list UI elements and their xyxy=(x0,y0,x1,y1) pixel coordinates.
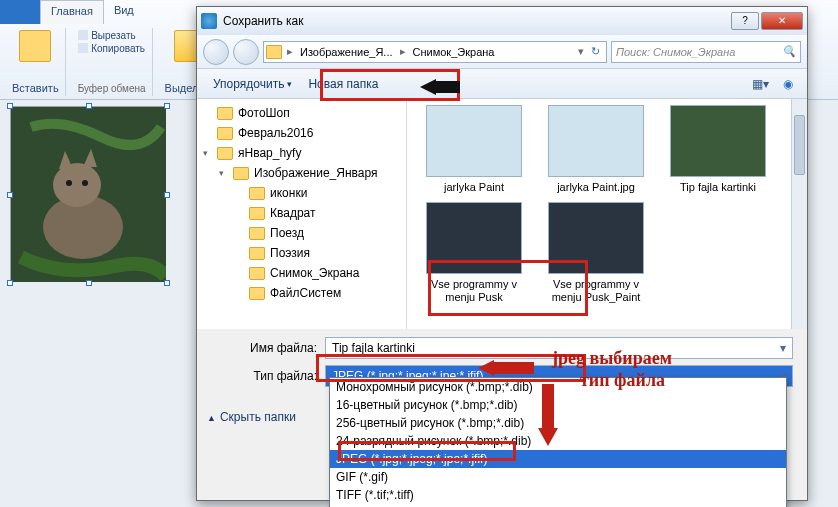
folder-tree[interactable]: ФотоШопФевраль2016▾яНвар_hyfy▾Изображени… xyxy=(197,99,407,329)
save-as-dialog: Сохранить как ? ✕ ▸ Изображение_Я... ▸ С… xyxy=(196,6,808,501)
filetype-option[interactable]: GIF (*.gif) xyxy=(330,468,786,486)
tree-node[interactable]: Снимок_Экрана xyxy=(197,263,406,283)
svg-point-6 xyxy=(82,180,88,186)
search-input[interactable]: Поиск: Снимок_Экрана 🔍 xyxy=(611,41,801,63)
tree-node[interactable]: ▾Изображение_Января xyxy=(197,163,406,183)
group-clipboard-label: Буфер обмена xyxy=(78,83,146,94)
tree-label: ФотоШоп xyxy=(238,106,290,120)
breadcrumb-seg[interactable]: Снимок_Экрана xyxy=(409,46,499,58)
svg-point-2 xyxy=(53,163,101,207)
expand-icon[interactable]: ▾ xyxy=(219,168,229,178)
tree-label: Поезд xyxy=(270,226,304,240)
tree-node[interactable]: ФайлСистем xyxy=(197,283,406,303)
tree-label: Февраль2016 xyxy=(238,126,313,140)
tree-label: Квадрат xyxy=(270,206,316,220)
scroll-thumb[interactable] xyxy=(794,115,805,175)
tree-label: иконки xyxy=(270,186,307,200)
file-thumbnail xyxy=(670,105,766,177)
back-button[interactable] xyxy=(203,39,229,65)
file-name: Vse programmy v menju Pusk_Paint xyxy=(541,278,651,304)
tree-node[interactable]: иконки xyxy=(197,183,406,203)
file-item[interactable]: Vse programmy v menju Pusk_Paint xyxy=(541,202,651,304)
copy-button[interactable]: Копировать xyxy=(78,43,145,54)
resize-handle[interactable] xyxy=(7,280,13,286)
chevron-right-icon: ▸ xyxy=(397,45,409,58)
filetype-option[interactable]: TIFF (*.tif;*.tiff) xyxy=(330,486,786,504)
filetype-option[interactable]: Монохромный рисунок (*.bmp;*.dib) xyxy=(330,378,786,396)
refresh-icon[interactable]: ↻ xyxy=(587,45,604,58)
tree-node[interactable]: Квадрат xyxy=(197,203,406,223)
tree-label: ФайлСистем xyxy=(270,286,341,300)
tree-node[interactable]: Поезд xyxy=(197,223,406,243)
cat-image xyxy=(11,107,166,282)
tree-node[interactable]: Февраль2016 xyxy=(197,123,406,143)
view-button[interactable]: ▦▾ xyxy=(749,74,771,94)
resize-handle[interactable] xyxy=(164,280,170,286)
file-thumbnail xyxy=(548,202,644,274)
file-list[interactable]: jarlyka Paintjarlyka Paint.jpgTip fajla … xyxy=(407,99,807,329)
chevron-right-icon: ▸ xyxy=(284,45,296,58)
tree-label: Снимок_Экрана xyxy=(270,266,359,280)
tree-node[interactable]: ФотоШоп xyxy=(197,103,406,123)
chevron-down-icon[interactable]: ▾ xyxy=(575,45,587,58)
expand-icon[interactable]: ▾ xyxy=(203,148,213,158)
titlebar[interactable]: Сохранить как ? ✕ xyxy=(197,7,807,35)
toolbar: Упорядочить▾ Новая папка ▦▾ ◉ xyxy=(197,69,807,99)
file-item[interactable]: jarlyka Paint.jpg xyxy=(541,105,651,194)
filename-label: Имя файла: xyxy=(237,341,317,355)
chevron-down-icon: ▾ xyxy=(287,79,292,89)
file-item[interactable]: Vse programmy v menju Pusk xyxy=(419,202,529,304)
filetype-label: Тип файла: xyxy=(237,369,317,383)
resize-handle[interactable] xyxy=(7,192,13,198)
filetype-option[interactable]: JPEG (*.jpg;*.jpeg;*.jpe;*.jfif) xyxy=(330,450,786,468)
tree-label: Изображение_Января xyxy=(254,166,378,180)
folder-icon xyxy=(233,167,249,180)
file-name: Tip fajla kartinki xyxy=(663,181,773,194)
help-icon[interactable]: ◉ xyxy=(777,74,799,94)
tree-node[interactable]: ▾яНвар_hyfy xyxy=(197,143,406,163)
breadcrumb-seg[interactable]: Изображение_Я... xyxy=(296,46,397,58)
nav-row: ▸ Изображение_Я... ▸ Снимок_Экрана ▾ ↻ П… xyxy=(197,35,807,69)
cut-button[interactable]: Вырезать xyxy=(78,30,145,41)
file-name: jarlyka Paint xyxy=(419,181,529,194)
file-item[interactable]: Tip fajla kartinki xyxy=(663,105,773,194)
filetype-dropdown[interactable]: Монохромный рисунок (*.bmp;*.dib)16-цвет… xyxy=(329,377,787,507)
ribbon-app-button[interactable] xyxy=(0,0,40,24)
new-folder-button[interactable]: Новая папка xyxy=(300,74,386,94)
canvas-image[interactable] xyxy=(10,106,165,281)
help-button[interactable]: ? xyxy=(731,12,759,30)
folder-icon xyxy=(217,107,233,120)
search-icon: 🔍 xyxy=(782,45,796,58)
file-item[interactable]: jarlyka Paint xyxy=(419,105,529,194)
folder-icon xyxy=(249,267,265,280)
filetype-option[interactable]: 16-цветный рисунок (*.bmp;*.dib) xyxy=(330,396,786,414)
resize-handle[interactable] xyxy=(164,103,170,109)
folder-icon xyxy=(249,187,265,200)
folder-icon xyxy=(249,287,265,300)
scrollbar[interactable] xyxy=(791,99,807,329)
app-icon xyxy=(201,13,217,29)
resize-handle[interactable] xyxy=(7,103,13,109)
tab-main[interactable]: Главная xyxy=(40,0,104,24)
filetype-option[interactable]: 256-цветный рисунок (*.bmp;*.dib) xyxy=(330,414,786,432)
resize-handle[interactable] xyxy=(86,280,92,286)
forward-button[interactable] xyxy=(233,39,259,65)
chevron-up-icon xyxy=(207,410,216,424)
paste-icon[interactable] xyxy=(19,30,51,62)
hide-folders-button[interactable]: Скрыть папки xyxy=(207,410,296,424)
file-name: jarlyka Paint.jpg xyxy=(541,181,651,194)
folder-icon xyxy=(249,227,265,240)
address-bar[interactable]: ▸ Изображение_Я... ▸ Снимок_Экрана ▾ ↻ xyxy=(263,41,607,63)
tree-label: Поэзия xyxy=(270,246,310,260)
file-thumbnail xyxy=(548,105,644,177)
tree-node[interactable]: Поэзия xyxy=(197,243,406,263)
close-button[interactable]: ✕ xyxy=(761,12,803,30)
resize-handle[interactable] xyxy=(164,192,170,198)
paste-button[interactable]: Вставить xyxy=(12,82,59,94)
filename-input[interactable]: Tip fajla kartinki xyxy=(325,337,793,359)
tab-view[interactable]: Вид xyxy=(104,0,144,24)
filetype-option[interactable]: 24-разрядный рисунок (*.bmp;*.dib) xyxy=(330,432,786,450)
organize-button[interactable]: Упорядочить▾ xyxy=(205,74,300,94)
search-placeholder: Поиск: Снимок_Экрана xyxy=(616,46,735,58)
resize-handle[interactable] xyxy=(86,103,92,109)
